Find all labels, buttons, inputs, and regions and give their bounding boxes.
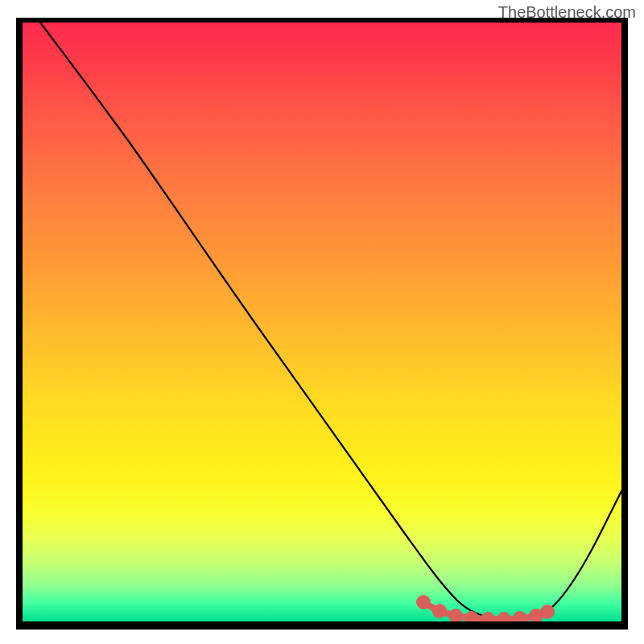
watermark-text: TheBottleneck.com: [498, 3, 636, 22]
svg-point-3: [468, 614, 476, 621]
bottleneck-curve: [40, 23, 621, 619]
svg-point-1: [436, 607, 444, 615]
chart-container: TheBottleneck.com: [0, 0, 644, 644]
svg-point-4: [484, 615, 492, 621]
svg-point-2: [452, 612, 460, 620]
curve-svg: [23, 23, 621, 621]
svg-point-8: [543, 608, 551, 616]
highlight-flat-minimum: [419, 598, 551, 621]
svg-point-5: [500, 615, 508, 621]
svg-point-7: [532, 612, 540, 620]
svg-point-6: [516, 614, 524, 621]
svg-point-0: [419, 598, 427, 606]
plot-area: [23, 23, 621, 621]
